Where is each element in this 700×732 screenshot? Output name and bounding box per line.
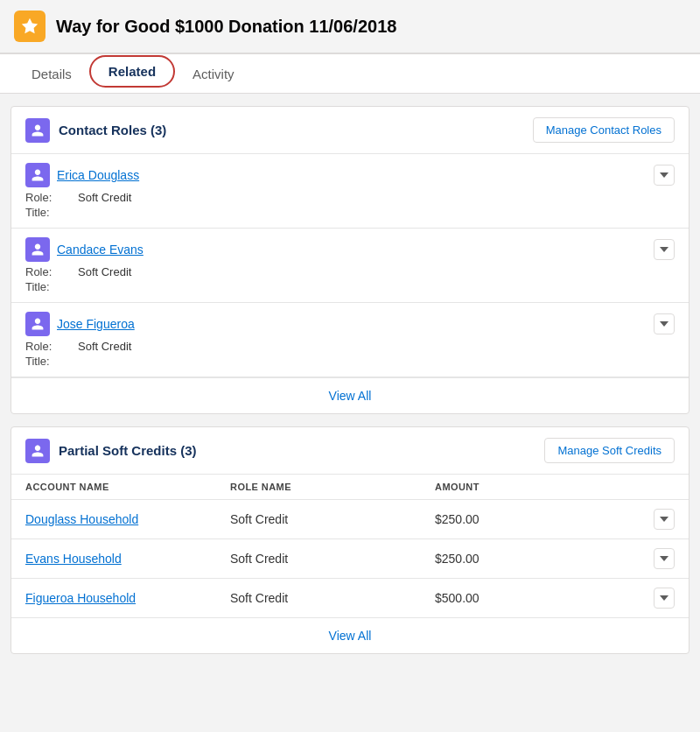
role-label: Role:: [25, 340, 78, 353]
row-actions-figueroa: [640, 588, 675, 609]
app-header: Way for Good $1000 Donation 11/06/2018: [0, 0, 700, 54]
contact-name-left-erica: Erica Douglass: [25, 163, 139, 187]
account-name-evans[interactable]: Evans Household: [25, 552, 230, 566]
amount-figueroa: $500.00: [435, 591, 640, 605]
header-icon: [14, 11, 46, 42]
tab-activity[interactable]: Activity: [175, 54, 252, 94]
chevron-down-icon: [660, 247, 668, 252]
main-content: Contact Roles (3) Manage Contact Roles E…: [0, 94, 700, 666]
role-value-jose: Soft Credit: [78, 340, 675, 353]
amount-douglass: $250.00: [435, 512, 640, 526]
contact-roles-header-left: Contact Roles (3): [25, 118, 166, 143]
person-icon: [31, 317, 45, 331]
role-value-erica: Soft Credit: [78, 191, 675, 204]
table-row: Douglass Household Soft Credit $250.00: [11, 500, 689, 539]
row-actions-evans: [640, 548, 675, 569]
contact-fields-candace: Role: Soft Credit Title:: [25, 265, 675, 293]
dropdown-btn-erica[interactable]: [654, 165, 675, 186]
col-account-name: Account Name: [25, 482, 230, 492]
person-icon: [31, 243, 45, 257]
contact-link-jose[interactable]: Jose Figueroa: [57, 317, 135, 331]
role-label: Role:: [25, 191, 78, 204]
role-name-douglass: Soft Credit: [230, 512, 435, 526]
tabs-bar: Details Related Activity: [0, 54, 700, 94]
contact-link-candace[interactable]: Candace Evans: [57, 243, 144, 257]
chevron-down-icon: [660, 556, 668, 561]
table-row: Evans Household Soft Credit $250.00: [11, 539, 689, 579]
title-label: Title:: [25, 206, 78, 219]
soft-credits-header-left: Partial Soft Credits (3): [25, 439, 197, 463]
tab-related[interactable]: Related: [89, 55, 175, 88]
soft-credits-view-all[interactable]: View All: [11, 617, 689, 653]
dropdown-btn-evans[interactable]: [654, 548, 675, 569]
contact-roles-header: Contact Roles (3) Manage Contact Roles: [11, 107, 689, 154]
table-row: Figueroa Household Soft Credit $500.00: [11, 579, 689, 617]
chevron-down-icon: [660, 321, 668, 327]
role-name-figueroa: Soft Credit: [230, 591, 435, 605]
soft-credits-icon: [25, 439, 50, 463]
person-icon: [31, 444, 45, 458]
contact-name-left-jose: Jose Figueroa: [25, 312, 135, 336]
role-name-evans: Soft Credit: [230, 552, 435, 566]
contact-name-row-candace: Candace Evans: [25, 237, 675, 262]
role-value-candace: Soft Credit: [78, 265, 675, 278]
dropdown-btn-candace[interactable]: [654, 239, 675, 260]
person-icon: [31, 168, 45, 182]
soft-credits-title: Partial Soft Credits (3): [59, 443, 197, 458]
contact-roles-icon: [25, 118, 50, 143]
title-label: Title:: [25, 280, 78, 293]
contact-row-erica: Erica Douglass Role: Soft Credit Title:: [11, 154, 689, 229]
row-actions-douglass: [640, 509, 675, 530]
title-value-jose: [78, 355, 675, 368]
dropdown-btn-jose[interactable]: [654, 313, 675, 334]
tab-details[interactable]: Details: [14, 54, 89, 94]
contact-icon-candace: [25, 237, 50, 262]
soft-credits-card: Partial Soft Credits (3) Manage Soft Cre…: [10, 426, 690, 654]
manage-soft-credits-button[interactable]: Manage Soft Credits: [544, 438, 675, 463]
contact-fields-jose: Role: Soft Credit Title:: [25, 340, 675, 368]
col-amount: Amount: [435, 482, 640, 492]
contact-row-jose: Jose Figueroa Role: Soft Credit Title:: [11, 303, 689, 377]
contact-roles-title: Contact Roles (3): [59, 123, 166, 137]
manage-contact-roles-button[interactable]: Manage Contact Roles: [533, 117, 675, 143]
soft-credits-table: Account Name Role Name Amount Douglass H…: [11, 475, 689, 617]
col-role-name: Role Name: [230, 482, 435, 492]
soft-credits-header: Partial Soft Credits (3) Manage Soft Cre…: [11, 427, 689, 475]
person-icon: [31, 123, 45, 137]
contact-link-erica[interactable]: Erica Douglass: [57, 168, 139, 182]
title-value-candace: [78, 280, 675, 293]
table-header: Account Name Role Name Amount: [11, 475, 689, 500]
dropdown-btn-douglass[interactable]: [654, 509, 675, 530]
account-name-douglass[interactable]: Douglass Household: [25, 512, 230, 526]
chevron-down-icon: [660, 595, 668, 601]
contact-icon-jose: [25, 312, 50, 336]
page-title: Way for Good $1000 Donation 11/06/2018: [56, 17, 396, 37]
amount-evans: $250.00: [435, 552, 640, 566]
contact-roles-view-all[interactable]: View All: [11, 377, 689, 413]
role-label: Role:: [25, 265, 78, 278]
title-label: Title:: [25, 355, 78, 368]
contact-name-left-candace: Candace Evans: [25, 237, 144, 262]
title-value-erica: [78, 206, 675, 219]
col-actions: [640, 482, 675, 492]
contact-fields-erica: Role: Soft Credit Title:: [25, 191, 675, 219]
chevron-down-icon: [660, 172, 668, 178]
contact-name-row-jose: Jose Figueroa: [25, 312, 675, 336]
contact-row-candace: Candace Evans Role: Soft Credit Title:: [11, 229, 689, 303]
contact-icon-erica: [25, 163, 50, 187]
account-name-figueroa[interactable]: Figueroa Household: [25, 591, 230, 605]
chevron-down-icon: [660, 517, 668, 522]
dropdown-btn-figueroa[interactable]: [654, 588, 675, 609]
contact-roles-card: Contact Roles (3) Manage Contact Roles E…: [10, 106, 690, 414]
star-icon: [20, 17, 39, 36]
contact-name-row-erica: Erica Douglass: [25, 163, 675, 187]
